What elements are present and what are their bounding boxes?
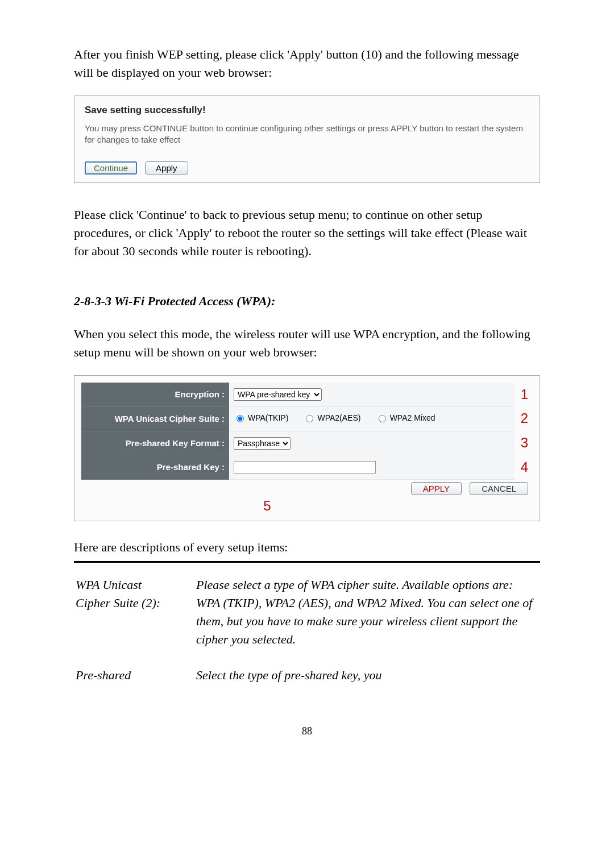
divider: [74, 561, 540, 563]
row-encryption: Encryption : WPA pre-shared key 1: [81, 383, 533, 407]
row-key: Pre-shared Key : 4: [81, 455, 533, 480]
continue-button[interactable]: Continue: [85, 161, 137, 175]
save-success-panel: Save setting successfully! You may press…: [74, 95, 540, 183]
callout-4: 4: [515, 455, 533, 480]
row-cipher: WPA Unicast Cipher Suite : WPA(TKIP) WPA…: [81, 406, 533, 431]
apply-button[interactable]: APPLY: [411, 482, 462, 495]
pre-shared-key-input[interactable]: [234, 461, 376, 474]
wpa-config-panel: Encryption : WPA pre-shared key 1 WPA Un…: [74, 375, 540, 521]
term-wpa-unicast: WPA Unicast Cipher Suite (2):: [75, 575, 194, 665]
apply-button-top[interactable]: Apply: [145, 161, 188, 175]
radio-wpa2-aes-input[interactable]: [306, 415, 313, 422]
radio-wpa2-aes[interactable]: WPA2(AES): [303, 412, 360, 423]
def-pre-shared: Select the type of pre-shared key, you: [196, 666, 539, 700]
definitions-table: WPA Unicast Cipher Suite (2): Please sel…: [74, 574, 540, 701]
def-wpa-unicast: Please select a type of WPA cipher suite…: [196, 575, 539, 665]
label-cipher: WPA Unicast Cipher Suite :: [81, 406, 229, 431]
radio-wpa-tkip-input[interactable]: [237, 415, 244, 422]
descriptions-intro: Here are descriptions of every setup ite…: [74, 538, 540, 556]
paragraph-wpa-intro: When you select this mode, the wireless …: [74, 325, 540, 362]
save-success-desc: You may press CONTINUE button to continu…: [85, 123, 529, 146]
radio-wpa-tkip-label: WPA(TKIP): [248, 412, 288, 423]
radio-wpa2-mixed-label: WPA2 Mixed: [390, 412, 435, 423]
paragraph-intro-1: After you finish WEP setting, please cli…: [74, 45, 540, 82]
term-pre-shared: Pre-shared: [75, 666, 194, 700]
callout-3: 3: [515, 431, 533, 455]
label-format: Pre-shared Key Format :: [81, 431, 229, 455]
radio-wpa2-mixed[interactable]: WPA2 Mixed: [376, 412, 435, 423]
key-format-select[interactable]: Passphrase: [234, 437, 291, 450]
cancel-button[interactable]: CANCEL: [470, 482, 528, 495]
encryption-select[interactable]: WPA pre-shared key: [234, 388, 322, 401]
save-success-title: Save setting successfully!: [85, 104, 529, 117]
label-key: Pre-shared Key :: [81, 455, 229, 480]
callout-1: 1: [515, 383, 533, 407]
page-number: 88: [74, 724, 540, 738]
row-format: Pre-shared Key Format : Passphrase 3: [81, 431, 533, 455]
radio-wpa2-mixed-input[interactable]: [379, 415, 386, 422]
callout-5: 5: [81, 496, 533, 516]
label-encryption: Encryption :: [81, 383, 229, 407]
radio-wpa2-aes-label: WPA2(AES): [317, 412, 360, 423]
radio-wpa-tkip[interactable]: WPA(TKIP): [234, 412, 288, 423]
section-heading-wpa: 2-8-3-3 Wi-Fi Protected Access (WPA):: [74, 292, 540, 310]
paragraph-continue-explain: Please click 'Continue' to back to previ…: [74, 206, 540, 260]
callout-2: 2: [515, 406, 533, 431]
